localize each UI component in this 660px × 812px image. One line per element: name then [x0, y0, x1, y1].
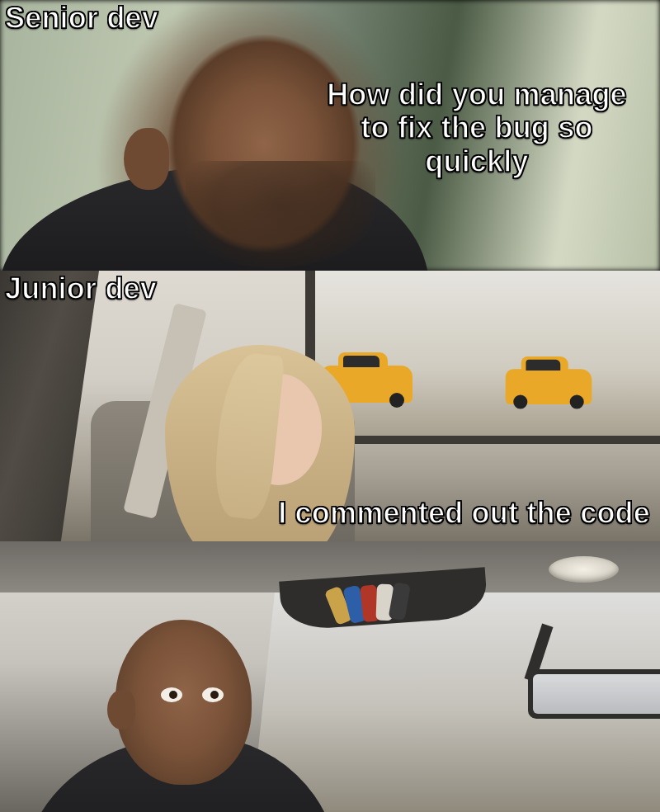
- driver-reaction: [50, 620, 314, 812]
- dome-light-icon: [549, 556, 619, 583]
- driver-head: [116, 620, 252, 785]
- driver-ear: [107, 690, 135, 729]
- panel-1-label: Senior dev: [5, 2, 158, 35]
- meme-image: Senior dev How did you manage to fix the…: [0, 0, 660, 812]
- driver-eye: [161, 687, 182, 702]
- driver-ear: [124, 128, 169, 190]
- panel-1-quote: How did you manage to fix the bug so qui…: [304, 78, 650, 178]
- taxi-icon: [506, 369, 592, 404]
- meme-panel-3: [0, 541, 660, 812]
- rearview-mirror: [528, 669, 660, 719]
- panel-2-quote: I commented out the code: [278, 497, 650, 530]
- meme-panel-2: Junior dev I commented out the code: [0, 271, 660, 541]
- meme-panel-1: Senior dev How did you manage to fix the…: [0, 0, 660, 271]
- driver-eye: [202, 687, 224, 702]
- panel-2-label: Junior dev: [5, 272, 157, 305]
